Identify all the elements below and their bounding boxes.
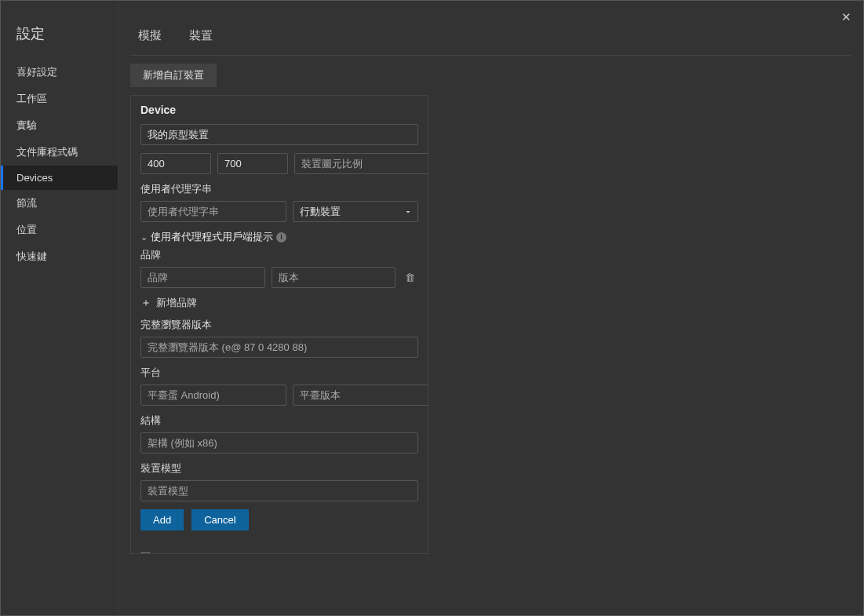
add-button[interactable]: Add [140, 509, 184, 530]
brand-label: 品牌 [140, 248, 418, 262]
platform-label: 平台 [140, 366, 418, 380]
device-content[interactable]: Device 使用者代理字串 行動裝置 ⌄ [130, 95, 428, 554]
device-form: Device 使用者代理字串 行動裝置 ⌄ [131, 96, 428, 538]
tabs: 模擬 裝置 [130, 1, 851, 56]
add-custom-device-button[interactable]: 新增自訂裝置 [130, 64, 217, 87]
sidebar-item-library-code[interactable]: 文件庫程式碼 [1, 139, 118, 166]
cancel-button[interactable]: Cancel [191, 509, 248, 530]
sidebar-item-devices[interactable]: Devices [1, 166, 118, 190]
form-title: Device [140, 104, 418, 116]
tab-device[interactable]: 裝置 [181, 24, 232, 51]
plus-icon: ＋ [140, 296, 151, 310]
device-list: BlackBerry Z30 Blackberry Playbook Galax… [131, 538, 428, 554]
client-hints-label: 使用者代理程式用戶端提示 [151, 230, 273, 244]
model-input[interactable] [140, 480, 418, 501]
chevron-down-icon: ⌄ [140, 232, 148, 242]
list-item[interactable]: BlackBerry Z30 [140, 546, 418, 554]
device-name-input[interactable] [140, 124, 418, 145]
main-panel: ✕ 模擬 裝置 新增自訂裝置 Device 使用者代理字串 [118, 1, 863, 615]
add-brand-button[interactable]: ＋ 新增品牌 [140, 296, 418, 310]
device-type-select[interactable]: 行動裝置 [293, 201, 418, 222]
arch-label: 結構 [140, 414, 418, 428]
info-icon[interactable]: i [276, 232, 286, 242]
brand-input[interactable] [140, 267, 265, 288]
device-checkbox[interactable] [140, 552, 151, 554]
platform-input[interactable] [140, 385, 286, 406]
sidebar-item-throttling[interactable]: 節流 [1, 190, 118, 217]
client-hints-disclosure[interactable]: ⌄ 使用者代理程式用戶端提示 i [140, 230, 418, 244]
sidebar-item-experiments[interactable]: 實驗 [1, 112, 118, 139]
sidebar-item-preferences[interactable]: 喜好設定 [1, 59, 118, 86]
ua-input[interactable] [140, 201, 286, 222]
platform-version-input[interactable] [293, 385, 428, 406]
sidebar-item-shortcuts[interactable]: 快速鍵 [1, 243, 118, 270]
arch-input[interactable] [140, 432, 418, 454]
sidebar: 設定 喜好設定 工作區 實驗 文件庫程式碼 Devices 節流 位置 快速鍵 [1, 1, 118, 615]
full-browser-version-input[interactable] [140, 337, 418, 358]
settings-title: 設定 [1, 24, 118, 59]
model-label: 裝置模型 [140, 461, 418, 476]
dpr-input[interactable] [294, 153, 428, 174]
sidebar-item-locations[interactable]: 位置 [1, 217, 118, 243]
toolbar: 新增自訂裝置 [118, 56, 863, 95]
height-input[interactable] [217, 153, 288, 174]
ua-label: 使用者代理字串 [140, 182, 418, 196]
close-icon[interactable]: ✕ [841, 10, 851, 24]
tab-emulation[interactable]: 模擬 [130, 24, 181, 51]
sidebar-item-workspace[interactable]: 工作區 [1, 86, 118, 112]
brand-version-input[interactable] [272, 267, 396, 288]
trash-icon[interactable]: 🗑 [402, 272, 418, 283]
device-label: BlackBerry Z30 [159, 552, 228, 554]
width-input[interactable] [140, 153, 211, 174]
full-browser-version-label: 完整瀏覽器版本 [140, 318, 418, 332]
